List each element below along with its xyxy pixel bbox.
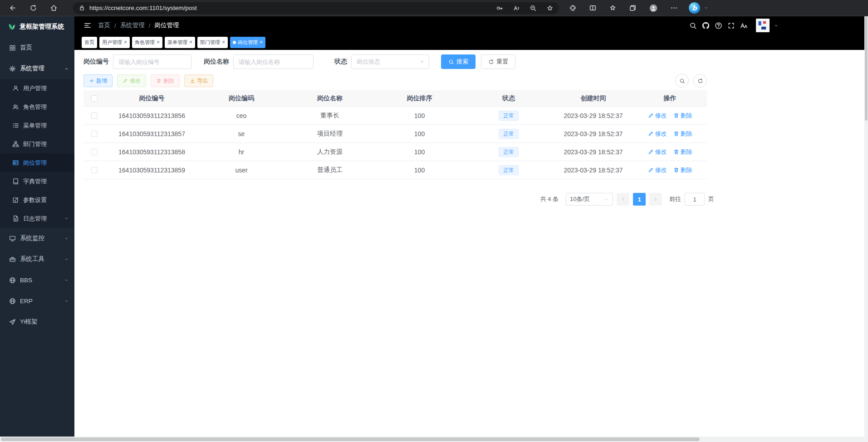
- reset-button[interactable]: 重置: [481, 54, 515, 69]
- sidebar-item-system-tools[interactable]: 系统工具: [0, 249, 74, 270]
- profile-avatar-icon[interactable]: [649, 4, 658, 13]
- vertical-scrollbar[interactable]: [864, 16, 868, 437]
- prev-page-button[interactable]: [617, 193, 629, 206]
- fullscreen-icon[interactable]: [727, 22, 735, 29]
- edit-row-link-label: 修改: [655, 166, 667, 174]
- breadcrumb-item[interactable]: 系统管理: [120, 21, 145, 29]
- sidebar-item-param-settings[interactable]: 参数设置: [0, 191, 74, 209]
- reset-button-label: 重置: [496, 58, 508, 66]
- close-tab-icon[interactable]: ×: [124, 39, 127, 45]
- sidebar-item-user-mgmt[interactable]: 用户管理: [0, 79, 74, 98]
- tab-user-mgmt[interactable]: 用户管理×: [99, 37, 130, 48]
- post-code-input[interactable]: [113, 54, 191, 69]
- sidebar-item-yi-framework[interactable]: Yi框架: [0, 311, 74, 332]
- close-tab-icon[interactable]: ×: [260, 39, 263, 45]
- split-screen-icon[interactable]: [589, 4, 597, 12]
- sidebar-item-dict-mgmt[interactable]: 字典管理: [0, 172, 74, 191]
- tab-home[interactable]: 首页: [82, 37, 97, 48]
- font-size-icon[interactable]: [740, 22, 748, 29]
- back-icon[interactable]: [9, 4, 17, 12]
- status-select[interactable]: 岗位状态: [351, 54, 429, 69]
- zoom-out-icon[interactable]: [530, 5, 537, 12]
- sidebar-item-bbs[interactable]: BBS: [0, 270, 74, 290]
- copilot-bing-icon[interactable]: b: [689, 2, 700, 14]
- extensions-icon[interactable]: [569, 4, 577, 12]
- sidebar-item-log-mgmt[interactable]: 日志管理: [0, 209, 74, 228]
- search-button[interactable]: 搜索: [441, 54, 476, 69]
- cell-create-time: 2023-03-29 18:52:37: [554, 130, 633, 138]
- page-number-1[interactable]: 1: [633, 193, 646, 206]
- globe-icon: [9, 277, 16, 284]
- delete-button[interactable]: 删除: [151, 74, 180, 87]
- breadcrumb-item[interactable]: 首页: [98, 21, 110, 29]
- table-mini-buttons: [675, 74, 707, 88]
- favorites-bar-icon[interactable]: [609, 4, 617, 12]
- add-button[interactable]: 新增: [83, 74, 113, 87]
- refresh-table-button[interactable]: [693, 74, 707, 88]
- screen: https://ccnetcore.com:1101/system/post b…: [0, 0, 868, 442]
- browser-menu-caret-icon[interactable]: [704, 5, 709, 10]
- sidebar-item-erp[interactable]: ERP: [0, 290, 74, 311]
- home-icon[interactable]: [50, 4, 58, 12]
- edit-row-link[interactable]: 修改: [648, 130, 667, 138]
- row-checkbox[interactable]: [91, 167, 98, 173]
- post-name-input[interactable]: [233, 54, 314, 69]
- sidebar-item-dept-mgmt[interactable]: 部门管理: [0, 135, 74, 153]
- refresh-icon[interactable]: [29, 4, 37, 12]
- delete-row-link[interactable]: 删除: [673, 166, 692, 174]
- close-tab-icon[interactable]: ×: [189, 39, 192, 45]
- edit-button[interactable]: 修改: [117, 74, 146, 87]
- sidebar-item-menu-mgmt[interactable]: 菜单管理: [0, 116, 74, 135]
- horizontal-scrollbar[interactable]: [0, 437, 868, 442]
- total-count: 共 4 条: [540, 195, 559, 203]
- select-all-checkbox[interactable]: [91, 95, 98, 102]
- page-size-select[interactable]: 10条/页: [566, 193, 613, 206]
- sidebar-item-system-monitor[interactable]: 系统监控: [0, 228, 74, 249]
- github-icon[interactable]: [702, 22, 710, 29]
- sidebar-item-label: 部门管理: [23, 140, 69, 148]
- sidebar-item-post-mgmt[interactable]: 岗位管理: [0, 153, 74, 172]
- read-aloud-icon[interactable]: [513, 5, 520, 12]
- export-button[interactable]: 导出: [184, 74, 213, 87]
- sidebar-item-system-mgmt[interactable]: 系统管理: [0, 58, 74, 79]
- tab-menu-mgmt[interactable]: 菜单管理×: [165, 37, 195, 48]
- user-avatar[interactable]: [755, 19, 770, 32]
- question-icon[interactable]: [715, 22, 722, 29]
- favorite-add-icon[interactable]: [546, 5, 554, 12]
- collections-icon[interactable]: [629, 4, 637, 12]
- chevron-down-icon: [64, 257, 69, 262]
- delete-row-link[interactable]: 删除: [673, 112, 692, 120]
- address-bar[interactable]: https://ccnetcore.com:1101/system/post: [73, 2, 559, 14]
- horizontal-scrollbar-thumb[interactable]: [1, 437, 700, 441]
- close-tab-icon[interactable]: ×: [222, 39, 225, 45]
- sidebar-item-role-mgmt[interactable]: 角色管理: [0, 98, 74, 116]
- download-icon: [190, 78, 195, 83]
- sidebar-item-home[interactable]: 首页: [0, 37, 74, 58]
- edit-row-link[interactable]: 修改: [648, 148, 667, 156]
- row-checkbox[interactable]: [91, 131, 98, 137]
- url-text[interactable]: https://ccnetcore.com:1101/system/post: [89, 5, 492, 11]
- toggle-search-button[interactable]: [675, 74, 689, 88]
- edit-square-icon: [12, 196, 19, 203]
- hamburger-icon[interactable]: [83, 21, 92, 29]
- search-icon[interactable]: [689, 22, 697, 29]
- delete-row-link[interactable]: 删除: [673, 130, 692, 138]
- avatar-caret-icon[interactable]: [774, 23, 779, 28]
- edit-row-link[interactable]: 修改: [648, 112, 667, 120]
- row-checkbox[interactable]: [91, 149, 98, 155]
- vertical-scrollbar-thumb[interactable]: [865, 16, 868, 121]
- edit-pen-icon: [123, 78, 128, 83]
- delete-row-link[interactable]: 删除: [673, 148, 692, 156]
- browser-chrome: https://ccnetcore.com:1101/system/post b: [0, 0, 868, 16]
- delete-row-link-label: 删除: [681, 148, 692, 156]
- edit-row-link[interactable]: 修改: [648, 166, 667, 174]
- next-page-button[interactable]: [649, 193, 662, 206]
- tab-role-mgmt[interactable]: 角色管理×: [132, 37, 162, 48]
- row-checkbox[interactable]: [91, 113, 98, 119]
- tab-dept-mgmt[interactable]: 部门管理×: [197, 37, 228, 48]
- tab-post-mgmt[interactable]: 岗位管理×: [230, 37, 265, 48]
- key-icon[interactable]: [496, 5, 503, 12]
- more-icon[interactable]: [670, 4, 678, 12]
- goto-page-input[interactable]: [685, 193, 705, 206]
- close-tab-icon[interactable]: ×: [157, 39, 160, 45]
